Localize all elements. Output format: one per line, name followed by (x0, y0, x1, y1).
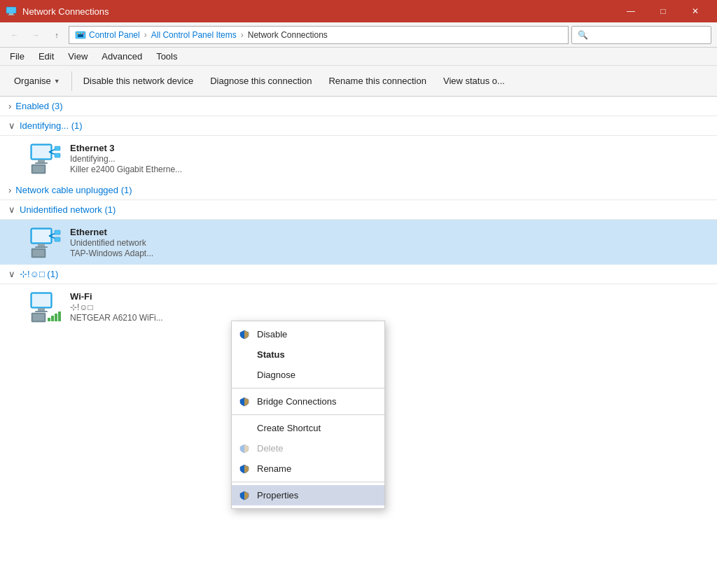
menu-bar: File Edit View Advanced Tools (0, 48, 717, 66)
path-part-1[interactable]: Control Panel (89, 30, 140, 40)
group-identifying-label: Identifying... (1) (20, 120, 83, 131)
content-area: › Enabled (3) ∨ Identifying... (1) (0, 97, 717, 588)
organise-button[interactable]: Organise ▼ (6, 66, 69, 96)
ctx-divider-3 (232, 482, 384, 482)
back-button[interactable]: ← (6, 26, 24, 44)
up-button[interactable]: ↑ (48, 26, 66, 44)
ethernet-info: Ethernet Unidentified network TAP-Window… (70, 227, 153, 258)
shield-icon-rename (239, 463, 250, 475)
svg-rect-36 (55, 314, 57, 321)
location-icon (75, 29, 86, 41)
address-bar: ← → ↑ Control Panel › All Control Panel … (0, 22, 717, 48)
svg-rect-11 (35, 162, 48, 164)
wifi-name: Wi-Fi (70, 291, 163, 302)
ctx-diagnose[interactable]: Diagnose (232, 365, 384, 385)
rename-connection-button[interactable]: Rename this connection (320, 66, 434, 96)
ethernet3-item[interactable]: Ethernet 3 Identifying... Killer e2400 G… (0, 136, 717, 181)
wifi-adapter: NETGEAR A6210 WiFi... (70, 313, 163, 323)
group-unplugged-label: Network cable unplugged (1) (15, 185, 132, 195)
group-enabled-arrow: › (8, 101, 11, 111)
window-controls: — □ ✕ (615, 0, 711, 22)
svg-rect-2 (8, 15, 15, 15)
title-bar: Network Connections — □ ✕ (0, 0, 717, 22)
menu-view[interactable]: View (61, 48, 95, 64)
wifi-status: ⊹!☺□ (70, 302, 163, 312)
menu-advanced[interactable]: Advanced (95, 48, 149, 64)
window-title: Network Connections (22, 6, 109, 17)
group-identifying[interactable]: ∨ Identifying... (1) (0, 116, 717, 136)
ctx-rename[interactable]: Rename (232, 458, 384, 479)
group-unidentified-arrow: ∨ (8, 204, 15, 215)
group-wifi[interactable]: ∨ ⊹!☺□ (1) (0, 265, 717, 284)
ctx-properties-label: Properties (257, 490, 298, 500)
forward-button[interactable]: → (27, 26, 45, 44)
svg-point-6 (80, 33, 81, 34)
group-wifi-arrow: ∨ (8, 269, 15, 279)
group-enabled[interactable]: › Enabled (3) (0, 97, 717, 116)
toolbar: Organise ▼ Disable this network device D… (0, 66, 717, 97)
ctx-divider-2 (232, 414, 384, 415)
search-button[interactable]: 🔍 (571, 26, 711, 44)
ethernet3-status: Identifying... (70, 154, 182, 164)
svg-rect-9 (32, 146, 50, 158)
svg-rect-31 (35, 311, 48, 312)
group-identifying-arrow: ∨ (8, 120, 15, 131)
svg-rect-37 (58, 312, 61, 321)
ctx-rename-label: Rename (257, 463, 291, 474)
svg-rect-10 (38, 160, 45, 162)
ctx-delete-label: Delete (257, 443, 284, 454)
svg-point-5 (77, 33, 78, 34)
ethernet3-icon (28, 141, 62, 175)
svg-rect-20 (38, 244, 45, 246)
ctx-shortcut[interactable]: Create Shortcut (232, 418, 384, 438)
svg-point-7 (83, 33, 84, 34)
ctx-disable[interactable]: Disable (232, 324, 384, 344)
svg-rect-13 (33, 166, 44, 172)
ctx-delete: Delete (232, 438, 384, 458)
menu-tools[interactable]: Tools (149, 48, 184, 64)
app-icon (6, 6, 17, 17)
group-unplugged[interactable]: › Network cable unplugged (1) (0, 181, 717, 200)
svg-rect-33 (33, 314, 44, 321)
close-button[interactable]: ✕ (679, 0, 711, 22)
context-menu: Disable Status Diagnose Bridge Connectio… (231, 321, 385, 509)
svg-rect-30 (38, 308, 45, 311)
ctx-properties[interactable]: Properties (232, 485, 384, 505)
ethernet-name: Ethernet (70, 227, 153, 237)
address-path[interactable]: Control Panel › All Control Panel Items … (69, 26, 569, 44)
diagnose-connection-button[interactable]: Diagnose this connection (202, 66, 320, 96)
organise-label: Organise (14, 76, 51, 86)
ctx-bridge-label: Bridge Connections (257, 396, 336, 407)
ethernet-status: Unidentified network (70, 238, 153, 248)
svg-rect-19 (32, 230, 50, 242)
ethernet3-info: Ethernet 3 Identifying... Killer e2400 G… (70, 143, 182, 174)
main-window: Network Connections — □ ✕ ← → ↑ Control … (0, 0, 717, 588)
wifi-icon (28, 290, 62, 323)
disable-device-button[interactable]: Disable this network device (75, 66, 202, 96)
ctx-diagnose-label: Diagnose (257, 370, 295, 380)
group-unplugged-arrow: › (8, 185, 11, 195)
path-part-3: Network Connections (248, 30, 328, 40)
ctx-divider-1 (232, 388, 384, 388)
shield-icon-bridge (239, 396, 250, 407)
svg-rect-35 (51, 316, 54, 321)
svg-rect-0 (6, 7, 16, 13)
ethernet-adapter: TAP-Windows Adapt... (70, 248, 153, 258)
group-unidentified[interactable]: ∨ Unidentified network (1) (0, 200, 717, 220)
maximize-button[interactable]: □ (647, 0, 679, 22)
view-status-button[interactable]: View status o... (435, 66, 513, 96)
svg-rect-17 (55, 153, 60, 158)
svg-rect-34 (48, 318, 50, 321)
ctx-disable-label: Disable (257, 329, 287, 340)
path-part-2[interactable]: All Control Panel Items (151, 30, 237, 40)
menu-file[interactable]: File (3, 48, 32, 64)
organise-chevron: ▼ (54, 78, 60, 85)
ethernet-icon (28, 225, 62, 259)
ethernet-item[interactable]: Ethernet Unidentified network TAP-Window… (0, 220, 717, 265)
svg-rect-1 (9, 13, 13, 15)
ctx-bridge[interactable]: Bridge Connections (232, 391, 384, 412)
menu-edit[interactable]: Edit (32, 48, 61, 64)
ctx-status[interactable]: Status (232, 344, 384, 365)
minimize-button[interactable]: — (615, 0, 647, 22)
group-enabled-label: Enabled (3) (15, 101, 62, 111)
